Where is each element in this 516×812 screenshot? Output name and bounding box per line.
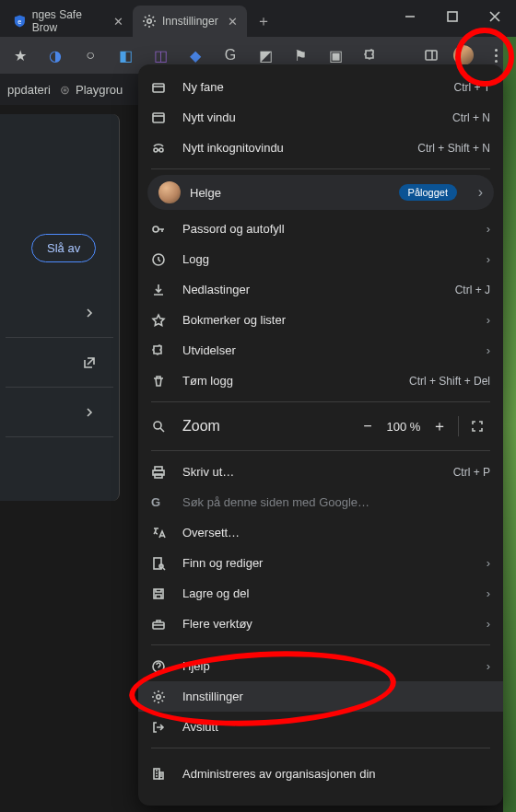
chevron-right-icon: › [474,659,490,673]
divider [151,450,490,451]
tab-icon [151,80,166,95]
list-item[interactable] [6,288,113,338]
button-label: Slå av [47,241,80,255]
extension-icon[interactable]: ◧ [112,42,138,68]
chevron-right-icon [82,306,97,320]
menu-label: Bokmerker og lister [182,313,474,327]
menu-translate[interactable]: Oversett… [138,517,503,548]
profile-avatar[interactable] [453,45,474,65]
menu-history[interactable]: Logg › [138,244,503,274]
menu-label: Lagre og del [182,586,474,600]
menu-label: Skriv ut… [182,465,453,479]
shield-e-icon: e [13,14,27,29]
menu-bookmarks[interactable]: Bokmerker og lister › [138,305,503,335]
menu-new-tab[interactable]: Ny fane Ctrl + T [138,72,503,102]
menu-shortcut: Ctrl + J [455,284,490,296]
zoom-value: 100 % [381,420,427,434]
menu-label: Hjelp [182,659,474,673]
menu-label: Ny fane [182,80,454,94]
menu-label: Nedlastinger [182,283,455,296]
building-icon [151,766,166,781]
extension-icon[interactable]: ○ [77,42,103,68]
user-name: Helge [190,186,390,200]
menu-shortcut: Ctrl + P [453,466,490,479]
menu-settings[interactable]: Innstillinger [138,681,503,712]
divider [151,644,490,645]
menu-print[interactable]: Skriv ut… Ctrl + P [138,457,503,487]
overflow-menu: Ny fane Ctrl + T Nytt vindu Ctrl + N Nyt… [138,64,503,806]
menu-shortcut: Ctrl + Shift + Del [409,375,490,388]
extension-icon[interactable]: ★ [7,42,33,68]
svg-rect-3 [426,51,437,60]
gear-icon [142,14,157,29]
menu-shortcut: Ctrl + Shift + N [417,142,490,155]
menu-label: Logg [182,252,474,266]
settings-panel-fragment: Slå av [0,114,120,501]
maximize-button[interactable] [431,0,474,33]
new-tab-button[interactable]: ＋ [247,6,280,37]
list-item[interactable] [6,338,113,388]
chevron-right-icon: › [474,556,490,570]
menu-search-page[interactable]: G Søk på denne siden med Google… [138,487,503,517]
menu-label: Tøm logg [182,374,409,388]
menu-label: Søk på denne siden med Google… [182,495,490,509]
bookmark-item[interactable]: ⊛Playgrou [60,83,123,97]
menu-label: Nytt vindu [182,110,452,124]
gear-icon [151,690,166,704]
menu-label: Passord og autofyll [182,222,474,236]
zoom-in-button[interactable]: ＋ [427,413,452,439]
wallpaper-edge [503,37,516,812]
menu-zoom-row: Zoom − 100 % ＋ [138,408,503,445]
bookmark-label: ppdateri [7,83,51,97]
close-icon[interactable]: ✕ [113,15,123,29]
extension-icon[interactable]: ◑ [42,42,68,68]
puzzle-icon [151,343,166,358]
fullscreen-icon [470,419,485,434]
menu-label: Avslutt [182,720,490,734]
menu-downloads[interactable]: Nedlastinger Ctrl + J [138,274,503,305]
menu-extensions[interactable]: Utvidelser › [138,335,503,365]
external-link-icon [82,355,97,370]
menu-incognito[interactable]: Nytt inkognitovindu Ctrl + Shift + N [138,133,503,163]
chevron-right-icon: › [474,252,490,266]
close-icon[interactable]: ✕ [228,15,238,29]
menu-clear-data[interactable]: Tøm logg Ctrl + Shift + Del [138,365,503,396]
menu-label: Administreres av organisasjonen din [182,767,490,781]
close-window-button[interactable] [474,0,516,33]
menu-passwords[interactable]: Passord og autofyll › [138,214,503,244]
avatar [158,181,181,203]
tab-safe-browsing[interactable]: e nges Safe Brow ✕ [4,6,133,37]
svg-text:e: e [18,17,21,26]
chevron-right-icon: › [474,586,490,600]
chevron-right-icon: › [474,343,490,357]
divider [151,168,490,169]
list-item[interactable] [6,388,113,437]
svg-point-7 [159,148,163,152]
translate-icon [151,526,166,540]
chevron-right-icon: › [474,313,490,327]
divider [151,748,490,748]
menu-exit[interactable]: Avslutt [138,712,503,742]
svg-point-1 [147,19,151,23]
menu-label: Oversett… [182,526,490,539]
disable-button[interactable]: Slå av [31,234,96,262]
menu-save-share[interactable]: Lagre og del › [138,578,503,609]
menu-user-row[interactable]: Helge Pålogget › [147,175,494,210]
bookmark-item[interactable]: ppdateri [7,83,51,97]
menu-find-edit[interactable]: Finn og rediger › [138,548,503,578]
fullscreen-button[interactable] [464,413,490,439]
zoom-out-button[interactable]: − [355,413,381,439]
chevron-right-icon: › [466,184,483,201]
tab-settings[interactable]: Innstillinger ✕ [133,6,247,37]
menu-more-tools[interactable]: Flere verktøy › [138,609,503,639]
tab-label: nges Safe Brow [32,8,104,34]
menu-managed-by-org[interactable]: Administreres av organisasjonen din [138,754,503,793]
google-icon: G [151,495,160,509]
toolbox-icon [151,617,166,632]
menu-new-window[interactable]: Nytt vindu Ctrl + N [138,102,503,133]
svg-rect-2 [448,12,457,21]
svg-point-10 [154,422,161,429]
chevron-right-icon: › [474,222,490,236]
minimize-button[interactable] [389,0,431,33]
menu-help[interactable]: Hjelp › [138,651,503,681]
